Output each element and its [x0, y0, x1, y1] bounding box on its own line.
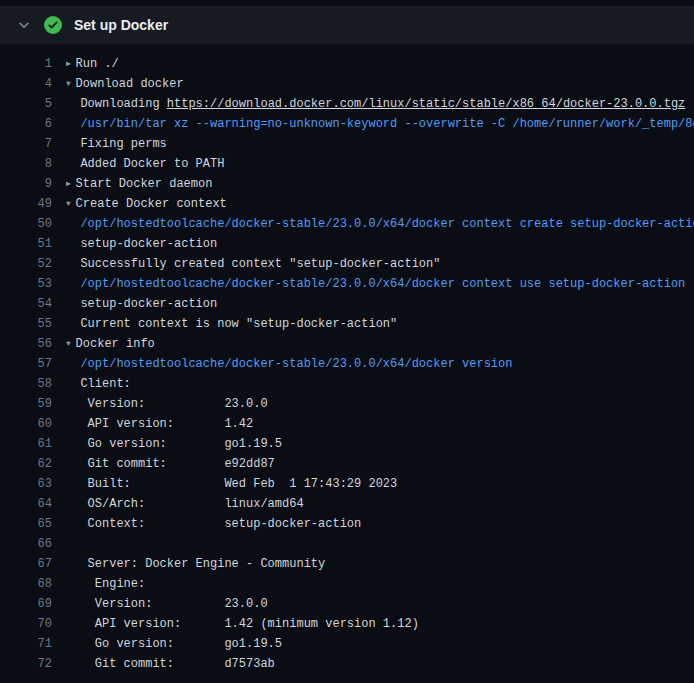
- log-line-content: /usr/bin/tar xz --warning=no-unknown-key…: [66, 114, 694, 134]
- log-line: 71 Go version: go1.19.5: [0, 634, 694, 654]
- line-number[interactable]: 58: [0, 374, 52, 394]
- log-line: 66: [0, 534, 694, 554]
- log-line-content: API version: 1.42 (minimum version 1.12): [66, 614, 694, 634]
- group-collapsed-icon[interactable]: ▶: [66, 54, 76, 74]
- log: 1▶Run ./4▼Download docker5Downloading ht…: [0, 44, 694, 674]
- line-number[interactable]: 67: [0, 554, 52, 574]
- line-number[interactable]: 5: [0, 94, 52, 114]
- log-command-text: /opt/hostedtoolcache/docker-stable/23.0.…: [80, 277, 685, 291]
- log-line-content: setup-docker-action: [66, 294, 694, 314]
- log-line-content: Version: 23.0.0: [66, 594, 694, 614]
- log-line-content[interactable]: ▼Download docker: [66, 74, 694, 94]
- group-expanded-icon[interactable]: ▼: [66, 194, 76, 214]
- log-text: Downloading: [80, 97, 166, 111]
- log-line: 7Fixing perms: [0, 134, 694, 154]
- log-line-content: Go version: go1.19.5: [66, 434, 694, 454]
- log-line-content: Context: setup-docker-action: [66, 514, 694, 534]
- log-line-content: /opt/hostedtoolcache/docker-stable/23.0.…: [66, 274, 694, 294]
- line-number[interactable]: 4: [0, 74, 52, 94]
- log-line-content: Server: Docker Engine - Community: [66, 554, 694, 574]
- log-line: 51setup-docker-action: [0, 234, 694, 254]
- line-number[interactable]: 71: [0, 634, 52, 654]
- log-text: Version: 23.0.0: [80, 597, 267, 611]
- line-number[interactable]: 66: [0, 534, 52, 554]
- group-expanded-icon[interactable]: ▼: [66, 334, 76, 354]
- log-line-content[interactable]: ▶Start Docker daemon: [66, 174, 694, 194]
- log-line-content: API version: 1.42: [66, 414, 694, 434]
- log-command-text: /usr/bin/tar xz --warning=no-unknown-key…: [80, 117, 694, 131]
- line-number[interactable]: 56: [0, 334, 52, 354]
- log-line-content[interactable]: ▼Create Docker context: [66, 194, 694, 214]
- log-line-content: Git commit: e92dd87: [66, 454, 694, 474]
- log-text: Go version: go1.19.5: [80, 437, 282, 451]
- line-number[interactable]: 60: [0, 414, 52, 434]
- log-line: 52Successfully created context "setup-do…: [0, 254, 694, 274]
- line-number[interactable]: 72: [0, 654, 52, 674]
- log-text: Go version: go1.19.5: [80, 637, 282, 651]
- line-number[interactable]: 52: [0, 254, 52, 274]
- log-line-content[interactable]: ▼Docker info: [66, 334, 694, 354]
- line-number[interactable]: 6: [0, 114, 52, 134]
- log-line-content: Go version: go1.19.5: [66, 634, 694, 654]
- group-title: Start Docker daemon: [76, 177, 213, 191]
- line-number[interactable]: 7: [0, 134, 52, 154]
- line-number[interactable]: 51: [0, 234, 52, 254]
- log-line: 64 OS/Arch: linux/amd64: [0, 494, 694, 514]
- line-number[interactable]: 53: [0, 274, 52, 294]
- log-line-content: Current context is now "setup-docker-act…: [66, 314, 694, 334]
- log-line: 8Added Docker to PATH: [0, 154, 694, 174]
- step-header[interactable]: Set up Docker: [0, 6, 694, 44]
- line-number[interactable]: 50: [0, 214, 52, 234]
- log-text: Fixing perms: [80, 137, 166, 151]
- log-line: 58Client:: [0, 374, 694, 394]
- line-number[interactable]: 49: [0, 194, 52, 214]
- log-line: 6/usr/bin/tar xz --warning=no-unknown-ke…: [0, 114, 694, 134]
- line-number[interactable]: 55: [0, 314, 52, 334]
- log-text: Client:: [80, 377, 130, 391]
- line-number[interactable]: 9: [0, 174, 52, 194]
- log-text: Successfully created context "setup-dock…: [80, 257, 440, 271]
- group-title: Download docker: [76, 77, 184, 91]
- log-text: API version: 1.42 (minimum version 1.12): [80, 617, 418, 631]
- log-line-content: Git commit: d7573ab: [66, 654, 694, 674]
- line-number[interactable]: 68: [0, 574, 52, 594]
- line-number[interactable]: 8: [0, 154, 52, 174]
- log-command-text: /opt/hostedtoolcache/docker-stable/23.0.…: [80, 357, 512, 371]
- line-number[interactable]: 64: [0, 494, 52, 514]
- log-command-text: /opt/hostedtoolcache/docker-stable/23.0.…: [80, 217, 694, 231]
- log-line-content: /opt/hostedtoolcache/docker-stable/23.0.…: [66, 354, 694, 374]
- log-line: 63 Built: Wed Feb 1 17:43:29 2023: [0, 474, 694, 494]
- log-text: Git commit: e92dd87: [80, 457, 274, 471]
- log-text: Version: 23.0.0: [80, 397, 267, 411]
- line-number[interactable]: 1: [0, 54, 52, 74]
- line-number[interactable]: 54: [0, 294, 52, 314]
- log-line-content: Added Docker to PATH: [66, 154, 694, 174]
- line-number[interactable]: 57: [0, 354, 52, 374]
- log-text: Context: setup-docker-action: [80, 517, 361, 531]
- log-line-content: /opt/hostedtoolcache/docker-stable/23.0.…: [66, 214, 694, 234]
- log-line-content[interactable]: ▶Run ./: [66, 54, 694, 74]
- group-expanded-icon[interactable]: ▼: [66, 74, 76, 94]
- log-text: setup-docker-action: [80, 237, 217, 251]
- log-line: 68 Engine:: [0, 574, 694, 594]
- log-line-content: Successfully created context "setup-dock…: [66, 254, 694, 274]
- line-number[interactable]: 65: [0, 514, 52, 534]
- log-text: setup-docker-action: [80, 297, 217, 311]
- group-title: Docker info: [76, 337, 155, 351]
- line-number[interactable]: 69: [0, 594, 52, 614]
- log-line: 53/opt/hostedtoolcache/docker-stable/23.…: [0, 274, 694, 294]
- line-number[interactable]: 70: [0, 614, 52, 634]
- log-link[interactable]: https://download.docker.com/linux/static…: [167, 97, 685, 111]
- log-line-content: setup-docker-action: [66, 234, 694, 254]
- line-number[interactable]: 62: [0, 454, 52, 474]
- log-line: 50/opt/hostedtoolcache/docker-stable/23.…: [0, 214, 694, 234]
- check-circle-icon: [44, 16, 62, 34]
- line-number[interactable]: 59: [0, 394, 52, 414]
- log-line: 62 Git commit: e92dd87: [0, 454, 694, 474]
- line-number[interactable]: 63: [0, 474, 52, 494]
- chevron-down-icon[interactable]: [16, 17, 32, 33]
- group-title: Run ./: [76, 57, 119, 71]
- log-text: Git commit: d7573ab: [80, 657, 274, 671]
- group-collapsed-icon[interactable]: ▶: [66, 174, 76, 194]
- line-number[interactable]: 61: [0, 434, 52, 454]
